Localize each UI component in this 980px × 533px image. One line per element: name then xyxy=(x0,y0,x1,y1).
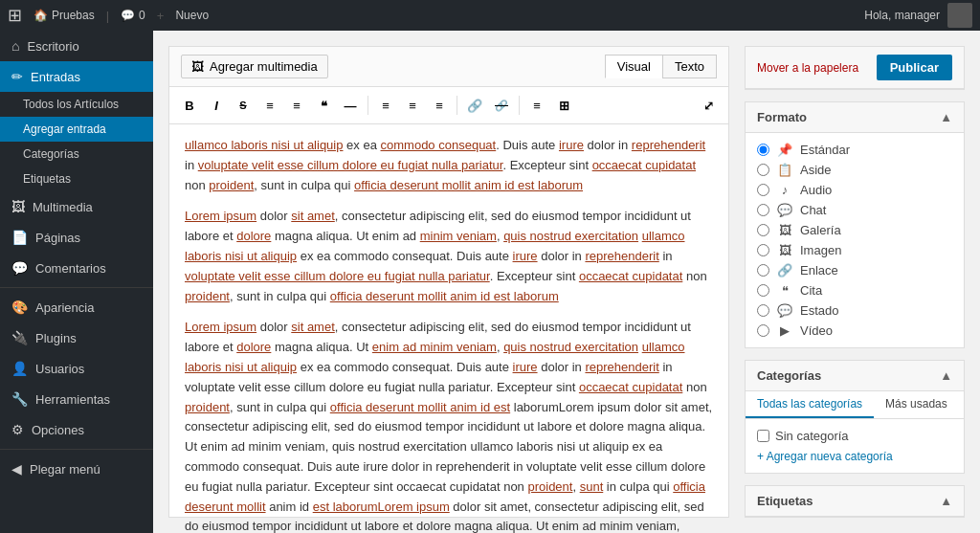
format-radio-enlace[interactable] xyxy=(757,264,769,277)
tab-texto[interactable]: Texto xyxy=(662,55,717,78)
table-button[interactable]: ⊞ xyxy=(551,93,576,118)
new-button[interactable]: Nuevo xyxy=(175,9,209,22)
format-item-estandar[interactable]: 📌 Estándar xyxy=(757,143,952,157)
ul-button[interactable]: ≡ xyxy=(257,93,282,118)
sidebar-item-usuarios[interactable]: 👤 Usuarios xyxy=(0,353,153,384)
sidebar-item-comentarios[interactable]: 💬 Comentarios xyxy=(0,253,153,283)
toolbar-toggle-button[interactable]: ≡ xyxy=(524,93,549,118)
format-item-chat[interactable]: 💬 Chat xyxy=(757,203,952,217)
sidebar-item-plegar[interactable]: ◀ Plegar menú xyxy=(0,454,153,484)
expand-button[interactable]: ⤢ xyxy=(696,93,721,118)
format-toggle-icon[interactable]: ▲ xyxy=(940,110,952,124)
site-name[interactable]: 🏠 Pruebas xyxy=(33,9,95,22)
sidebar-item-paginas[interactable]: 📄 Páginas xyxy=(0,222,153,253)
top-bar: ⊞ 🏠 Pruebas | 💬 0 + Nuevo Hola, manager xyxy=(0,0,980,31)
add-category-link[interactable]: + Agregar nueva categoría xyxy=(757,450,893,463)
sidebar-item-label: Herramientas xyxy=(35,392,110,407)
cita-icon: ❝ xyxy=(777,283,792,298)
align-center-button[interactable]: ≡ xyxy=(400,93,425,118)
view-tabs: Visual Texto xyxy=(605,55,717,78)
categories-section-header: Categorías ▲ xyxy=(746,361,964,391)
format-label-estado: Estado xyxy=(800,303,838,318)
sidebar-item-plugins[interactable]: 🔌 Plugins xyxy=(0,322,153,353)
editor-toolbar: B I S ≡ ≡ ❝ — ≡ ≡ ≡ 🔗 🔗 ≡ ⊞ ⤢ xyxy=(169,87,728,124)
format-item-video[interactable]: ▶ Vídeo xyxy=(757,323,952,338)
sidebar-item-categorias[interactable]: Categorías xyxy=(0,142,153,167)
format-radio-estandar[interactable] xyxy=(757,144,769,156)
enlace-icon: 🔗 xyxy=(777,263,792,278)
format-label-galeria: Galería xyxy=(800,223,841,237)
format-item-aside[interactable]: 📋 Aside xyxy=(757,163,952,177)
format-radio-chat[interactable] xyxy=(757,204,769,216)
avatar[interactable] xyxy=(947,3,972,28)
category-checkbox-sin-categoria[interactable] xyxy=(757,430,769,442)
format-item-audio[interactable]: ♪ Audio xyxy=(757,183,952,197)
format-radio-estado[interactable] xyxy=(757,304,769,317)
format-item-estado[interactable]: 💬 Estado xyxy=(757,303,952,318)
toolbar-separator3 xyxy=(519,96,520,115)
user-area: Hola, manager xyxy=(864,3,972,28)
ol-button[interactable]: ≡ xyxy=(284,93,309,118)
tab-visual[interactable]: Visual xyxy=(605,55,662,78)
tags-toggle-icon[interactable]: ▲ xyxy=(940,494,952,508)
paragraph-1: ullamco laboris nisi ut aliquip ex ea co… xyxy=(185,136,713,195)
wp-logo[interactable]: ⊞ xyxy=(8,5,22,26)
editor-area: 🖼 Agregar multimedia Visual Texto B I S … xyxy=(168,46,729,518)
italic-button[interactable]: I xyxy=(204,93,229,118)
sidebar-item-etiquetas[interactable]: Etiquetas xyxy=(0,167,153,191)
bold-button[interactable]: B xyxy=(177,93,202,118)
comments-count[interactable]: 💬 0 xyxy=(121,9,145,22)
tags-title: Etiquetas xyxy=(757,494,813,508)
sidebar-item-label: Agregar entrada xyxy=(23,122,106,136)
format-item-enlace[interactable]: 🔗 Enlace xyxy=(757,263,952,278)
sidebar-item-apariencia[interactable]: 🎨 Apariencia xyxy=(0,292,153,322)
publish-button[interactable]: Publicar xyxy=(877,55,952,80)
divider xyxy=(0,287,153,288)
add-media-button[interactable]: 🖼 Agregar multimedia xyxy=(181,55,328,78)
sidebar-item-opciones[interactable]: ⚙ Opciones xyxy=(0,414,153,445)
blockquote-button[interactable]: ❝ xyxy=(311,93,336,118)
format-item-galeria[interactable]: 🖼 Galería xyxy=(757,223,952,237)
dash-button[interactable]: — xyxy=(338,93,363,118)
format-label-aside: Aside xyxy=(800,163,832,177)
format-radio-cita[interactable] xyxy=(757,284,769,297)
sidebar-item-todos-articulos[interactable]: Todos los Artículos xyxy=(0,92,153,117)
category-item-sin-categoria[interactable]: Sin categoría xyxy=(757,429,952,443)
format-radio-imagen[interactable] xyxy=(757,244,769,256)
unlink-button[interactable]: 🔗 xyxy=(489,93,514,118)
toolbar-separator xyxy=(368,96,368,115)
sidebar-item-escritorio[interactable]: ⌂ Escritorio xyxy=(0,31,153,61)
audio-icon: ♪ xyxy=(777,183,792,197)
sidebar-item-agregar-entrada[interactable]: Agregar entrada xyxy=(0,117,153,142)
format-item-cita[interactable]: ❝ Cita xyxy=(757,283,952,298)
format-box: Formato ▲ 📌 Estándar 📋 Aside xyxy=(745,101,965,348)
tab-all-categories[interactable]: Todas las categorías xyxy=(746,391,874,418)
category-label-sin-categoria: Sin categoría xyxy=(775,429,849,443)
sidebar-item-entradas[interactable]: ✏ Entradas xyxy=(0,61,153,92)
align-left-button[interactable]: ≡ xyxy=(373,93,398,118)
format-radio-galeria[interactable] xyxy=(757,224,769,236)
strikethrough-button[interactable]: S xyxy=(231,93,256,118)
publish-box: Mover a la papelera Publicar xyxy=(745,46,965,90)
sidebar-item-herramientas[interactable]: 🔧 Herramientas xyxy=(0,384,153,414)
apariencia-icon: 🎨 xyxy=(11,300,28,315)
format-item-imagen[interactable]: 🖼 Imagen xyxy=(757,243,952,257)
categories-body: Sin categoría + Agregar nueva categoría xyxy=(746,419,964,473)
format-label-chat: Chat xyxy=(800,203,826,217)
link-button[interactable]: 🔗 xyxy=(462,93,487,118)
format-radio-video[interactable] xyxy=(757,324,769,337)
sidebar-item-label: Entradas xyxy=(31,70,80,84)
categories-toggle-icon[interactable]: ▲ xyxy=(940,368,952,383)
format-radio-audio[interactable] xyxy=(757,184,769,196)
format-radio-aside[interactable] xyxy=(757,164,769,176)
tab-most-used[interactable]: Más usadas xyxy=(874,391,959,418)
main-layout: ⌂ Escritorio ✏ Entradas Todos los Artícu… xyxy=(0,31,980,533)
entradas-icon: ✏ xyxy=(11,69,23,84)
align-right-button[interactable]: ≡ xyxy=(427,93,452,118)
sidebar-item-label: Páginas xyxy=(35,231,80,245)
trash-button[interactable]: Mover a la papelera xyxy=(757,61,858,75)
editor-body[interactable]: ullamco laboris nisi ut aliquip ex ea co… xyxy=(169,124,728,533)
sidebar-item-multimedia[interactable]: 🖼 Multimedia xyxy=(0,191,153,222)
plugins-icon: 🔌 xyxy=(11,330,28,345)
usuarios-icon: 👤 xyxy=(11,361,28,376)
